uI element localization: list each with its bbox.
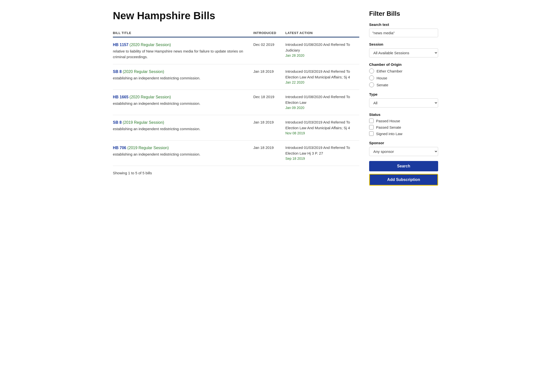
bills-table: BILL TITLE INTRODUCED LATEST ACTION HB 1… — [113, 29, 359, 166]
col-header-latest-action: LATEST ACTION — [285, 29, 359, 37]
status-checkbox-item[interactable]: Signed into Law — [369, 131, 438, 136]
bill-session: (2019 Regular Session) — [122, 120, 164, 125]
status-checkbox-passed_house[interactable] — [369, 119, 374, 123]
status-checkbox-signed_law[interactable] — [369, 131, 374, 136]
action-text: Introduced 01/03/2019 And Referred To El… — [285, 69, 357, 80]
filter-sidebar: Filter Bills Search text Session All Ava… — [369, 10, 438, 186]
bill-description: relative to liability of New Hampshire n… — [113, 49, 251, 60]
search-text-section: Search text — [369, 22, 438, 37]
latest-action-cell: Introduced 01/03/2019 And Referred To El… — [285, 115, 359, 141]
bill-number-link[interactable]: HB 1665 — [113, 95, 128, 99]
chamber-label: Chamber of Origin — [369, 62, 438, 67]
chamber-section: Chamber of Origin Either ChamberHouseSen… — [369, 62, 438, 87]
action-date: Jan 09 2020 — [285, 105, 357, 110]
bill-session: (2020 Regular Session) — [128, 43, 171, 47]
bill-session: (2020 Regular Session) — [128, 95, 171, 99]
session-section: Session All Available Sessions2020 Regul… — [369, 42, 438, 57]
bill-session: (2019 Regular Session) — [126, 146, 169, 150]
action-text: Introduced 01/08/2020 And Referred To El… — [285, 94, 357, 105]
session-select[interactable]: All Available Sessions2020 Regular Sessi… — [369, 48, 438, 57]
introduced-date: Dec 18 2019 — [253, 90, 285, 115]
chamber-radio-item[interactable]: Either Chamber — [369, 69, 438, 73]
page-title: New Hampshire Bills — [113, 10, 359, 22]
table-row: HB 1157 (2020 Regular Session)relative t… — [113, 37, 359, 64]
status-checkbox-item[interactable]: Passed Senate — [369, 125, 438, 129]
chamber-radio-label: Senate — [377, 83, 388, 87]
status-section: Status Passed HousePassed SenateSigned i… — [369, 112, 438, 136]
latest-action-cell: Introduced 01/03/2019 And Referred To El… — [285, 141, 359, 166]
bill-title-cell: SB 8 (2020 Regular Session)establishing … — [113, 64, 253, 90]
table-row: HB 706 (2019 Regular Session)establishin… — [113, 141, 359, 166]
type-select[interactable]: AllBillResolutionMemorial — [369, 98, 438, 107]
latest-action-cell: Introduced 01/03/2019 And Referred To El… — [285, 64, 359, 90]
add-subscription-button[interactable]: Add Subscription — [369, 174, 438, 186]
sponsor-label: Sponsor — [369, 141, 438, 145]
main-content: New Hampshire Bills BILL TITLE INTRODUCE… — [113, 10, 369, 186]
table-row: SB 8 (2020 Regular Session)establishing … — [113, 64, 359, 90]
bill-description: establishing an independent redistrictin… — [113, 101, 251, 107]
bill-description: establishing an independent redistrictin… — [113, 126, 251, 132]
bill-title-cell: HB 1665 (2020 Regular Session)establishi… — [113, 90, 253, 115]
action-text: Introduced 01/03/2019 And Referred To El… — [285, 145, 357, 156]
search-text-label: Search text — [369, 22, 438, 27]
bill-session: (2020 Regular Session) — [122, 70, 164, 74]
type-label: Type — [369, 92, 438, 96]
chamber-radio-label: House — [377, 76, 387, 80]
action-date: Jan 28 2020 — [285, 53, 357, 58]
bill-title-cell: SB 8 (2019 Regular Session)establishing … — [113, 115, 253, 141]
introduced-date: Jan 18 2019 — [253, 141, 285, 166]
sponsor-section: Sponsor Any sponsor — [369, 141, 438, 156]
latest-action-cell: Introduced 01/08/2020 And Referred To Ju… — [285, 37, 359, 64]
chamber-radio-senate[interactable] — [369, 82, 374, 87]
col-header-bill-title: BILL TITLE — [113, 29, 253, 37]
status-checkbox-passed_senate[interactable] — [369, 125, 374, 129]
chamber-radio-house[interactable] — [369, 75, 374, 80]
chamber-radio-item[interactable]: Senate — [369, 82, 438, 87]
latest-action-cell: Introduced 01/08/2020 And Referred To El… — [285, 90, 359, 115]
action-date: Nov 08 2019 — [285, 131, 357, 136]
session-label: Session — [369, 42, 438, 46]
introduced-date: Jan 18 2019 — [253, 115, 285, 141]
sponsor-select[interactable]: Any sponsor — [369, 147, 438, 156]
type-section: Type AllBillResolutionMemorial — [369, 92, 438, 107]
chamber-radio-label: Either Chamber — [377, 69, 402, 73]
chamber-radio-either[interactable] — [369, 69, 374, 73]
chamber-radio-group: Either ChamberHouseSenate — [369, 69, 438, 87]
action-text: Introduced 01/08/2020 And Referred To Ju… — [285, 42, 357, 53]
status-checkbox-label: Signed into Law — [376, 132, 402, 136]
status-checkbox-group: Passed HousePassed SenateSigned into Law — [369, 119, 438, 136]
chamber-radio-item[interactable]: House — [369, 75, 438, 80]
table-row: SB 8 (2019 Regular Session)establishing … — [113, 115, 359, 141]
bill-description: establishing an independent redistrictin… — [113, 75, 251, 81]
bill-title-cell: HB 706 (2019 Regular Session)establishin… — [113, 141, 253, 166]
showing-text: Showing 1 to 5 of 5 bills — [113, 171, 359, 175]
filter-title: Filter Bills — [369, 10, 438, 18]
bill-description: establishing an independent redistrictin… — [113, 152, 251, 157]
action-date: Jan 22 2020 — [285, 80, 357, 85]
search-text-input[interactable] — [369, 29, 438, 37]
search-button[interactable]: Search — [369, 161, 438, 171]
bill-number-link[interactable]: HB 1157 — [113, 43, 128, 47]
status-label: Status — [369, 112, 438, 117]
status-checkbox-label: Passed House — [376, 119, 400, 123]
col-header-introduced: INTRODUCED — [253, 29, 285, 37]
action-text: Introduced 01/03/2019 And Referred To El… — [285, 120, 357, 131]
introduced-date: Jan 18 2019 — [253, 64, 285, 90]
introduced-date: Dec 02 2019 — [253, 37, 285, 64]
bill-title-cell: HB 1157 (2020 Regular Session)relative t… — [113, 37, 253, 64]
bill-number-link[interactable]: SB 8 — [113, 70, 122, 74]
bill-number-link[interactable]: SB 8 — [113, 120, 122, 125]
bill-number-link[interactable]: HB 706 — [113, 146, 126, 150]
action-date: Sep 18 2019 — [285, 156, 357, 161]
status-checkbox-label: Passed Senate — [376, 125, 401, 129]
table-row: HB 1665 (2020 Regular Session)establishi… — [113, 90, 359, 115]
status-checkbox-item[interactable]: Passed House — [369, 119, 438, 123]
